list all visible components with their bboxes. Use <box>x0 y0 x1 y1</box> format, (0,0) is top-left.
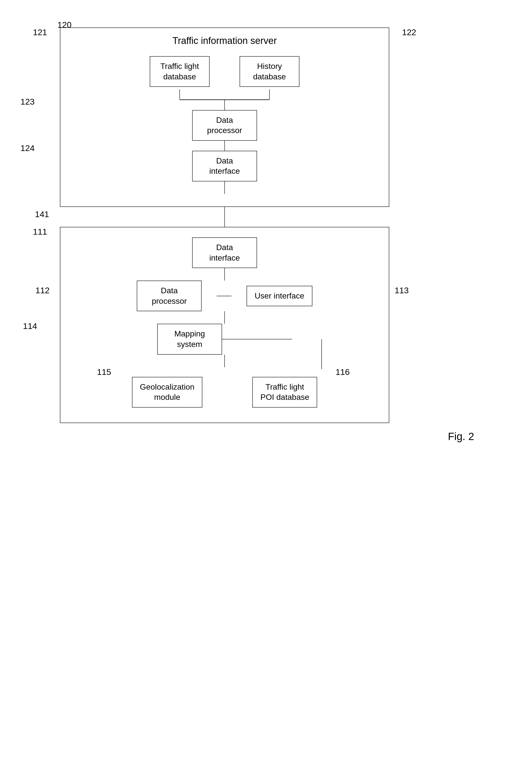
ref-113: 113 <box>395 286 409 295</box>
server-box: 121 122 Traffic information server Traff… <box>60 27 389 207</box>
mapping-system-box: Mapping system <box>157 324 222 354</box>
fig-label: Fig. 2 <box>30 430 479 443</box>
traffic-light-poi-database-box: Traffic light POI database <box>252 377 317 408</box>
db-row: Traffic light database History database <box>70 56 379 87</box>
server-data-interface-box: Data interface <box>192 151 257 181</box>
ref-122: 122 <box>402 27 416 37</box>
ref-116: 116 <box>336 367 350 377</box>
geolocalization-module-box: Geolocalization module <box>132 377 203 408</box>
client-box: 111 Data interface 112 113 Data processo… <box>60 227 389 423</box>
ref-121: 121 <box>33 27 47 37</box>
ref-115: 115 <box>97 367 111 377</box>
data-processor-box: Data processor <box>192 110 257 141</box>
server-title: Traffic information server <box>70 35 379 46</box>
history-database-box: History database <box>240 56 299 87</box>
ref-123: 123 <box>20 97 35 106</box>
ref-111: 111 <box>33 227 47 237</box>
diagram-container: 120 121 122 Traffic information server T… <box>30 20 479 443</box>
client-data-interface-box: Data interface <box>192 237 257 268</box>
user-interface-box: User interface <box>247 286 312 306</box>
ref-112: 112 <box>35 286 50 295</box>
client-data-processor-box: Data processor <box>137 281 202 311</box>
traffic-light-database-box: Traffic light database <box>150 56 209 87</box>
